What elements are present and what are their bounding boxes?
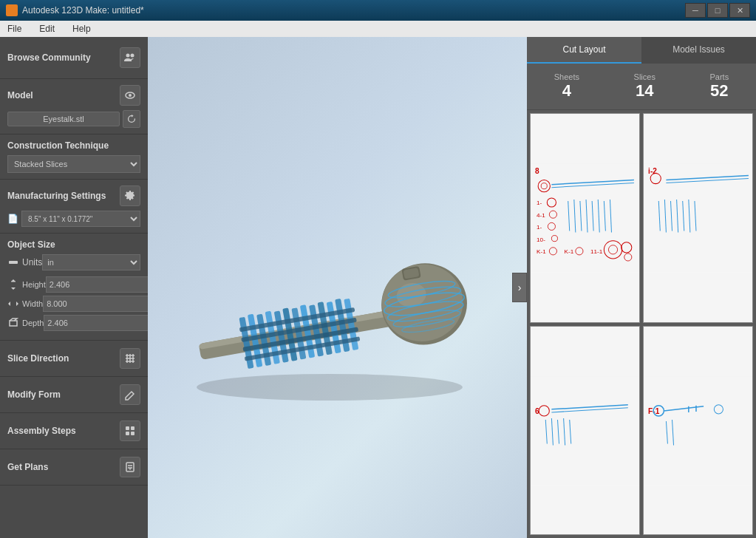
paper-size-select[interactable]: 8.5" x 11" x 0.1772" Letter A4 (21, 211, 140, 227)
depth-icon (7, 317, 19, 329)
assembly-steps-label: Assembly Steps (7, 426, 76, 436)
refresh-button[interactable] (123, 110, 140, 128)
svg-rect-4 (9, 261, 18, 264)
units-label: Units (22, 257, 42, 268)
svg-text:K-1: K-1 (565, 248, 574, 255)
width-icon (7, 298, 19, 310)
model-label: Model (7, 90, 33, 101)
sidebar-item-slice-direction[interactable]: Slice Direction (0, 341, 148, 377)
app-title: Autodesk 123D Make: untitled* (22, 5, 144, 16)
height-input[interactable]: 2.406 (46, 276, 148, 293)
menubar: File Edit Help (0, 21, 756, 37)
get-plans-icon (124, 461, 136, 473)
maximize-button[interactable]: □ (707, 3, 728, 18)
cut-sheet-3[interactable]: 6 (530, 326, 640, 536)
modify-form-icon (124, 389, 136, 401)
get-plans-button[interactable] (120, 457, 140, 477)
slice-direction-label: Slice Direction (7, 353, 69, 364)
depth-input[interactable]: 2.406 (44, 315, 148, 331)
construction-technique-label: Construction Technique (7, 140, 109, 151)
cut-sheet-1-svg: 8 1- 4-1 1- 10- K-1 (531, 114, 639, 322)
minimize-button[interactable]: ─ (685, 3, 706, 18)
cut-layout-grid[interactable]: 8 1- 4-1 1- 10- K-1 (527, 110, 756, 538)
sidebar-section-manufacturing: Manufacturing Settings 📄 8.5" x 11" x 0.… (0, 180, 148, 234)
svg-point-41 (375, 258, 469, 348)
close-button[interactable]: ✕ (729, 3, 750, 18)
browse-community-button[interactable] (120, 47, 140, 68)
height-row: Height 2.406 ▲ ▼ (7, 276, 140, 293)
svg-rect-104 (644, 376, 752, 485)
sidebar-item-assembly-steps[interactable]: Assembly Steps (0, 413, 148, 449)
parts-label: Parts (710, 72, 729, 81)
slices-label: Slices (634, 72, 655, 81)
sheets-label: Sheets (554, 72, 579, 81)
slices-value: 14 (634, 81, 655, 101)
width-row: Width 8.000 ▲ ▼ (7, 296, 140, 312)
svg-text:1-: 1- (537, 200, 542, 206)
model-filename-button[interactable]: Eyestalk.stl (7, 112, 120, 126)
cut-sheet-4-svg: F-1 (644, 327, 752, 535)
svg-text:10-: 10- (537, 236, 545, 243)
modify-form-label: Modify Form (7, 389, 61, 400)
stats-row: Sheets 4 Slices 14 Parts 52 (527, 64, 756, 110)
svg-point-20 (197, 374, 463, 401)
svg-text:11-1: 11-1 (590, 248, 603, 255)
right-panel: Cut Layout Model Issues Sheets 4 Slices … (527, 37, 756, 538)
main-content: Browse Community Model (0, 37, 756, 538)
svg-rect-51 (531, 163, 639, 272)
svg-point-3 (129, 94, 132, 97)
units-select[interactable]: in mm cm (42, 254, 140, 270)
svg-rect-94 (531, 376, 639, 485)
depth-label: Depth (22, 319, 44, 327)
width-input[interactable]: 8.000 (43, 296, 148, 312)
parts-value: 52 (710, 81, 729, 101)
assembly-steps-icon (124, 425, 136, 437)
tab-cut-layout[interactable]: Cut Layout (527, 37, 641, 64)
3d-viewport[interactable]: › (148, 37, 527, 538)
height-icon (7, 279, 19, 290)
cut-sheet-4[interactable]: F-1 (643, 326, 753, 536)
people-icon (124, 52, 136, 64)
svg-rect-14 (131, 426, 134, 430)
cut-sheet-2-svg: i-2 (644, 114, 752, 322)
cut-sheet-2[interactable]: i-2 (643, 113, 753, 323)
menu-file[interactable]: File (3, 22, 26, 35)
depth-row: Depth 2.406 ▲ ▼ (7, 315, 140, 331)
app-icon (6, 4, 18, 16)
svg-text:8: 8 (535, 167, 539, 175)
sidebar-section-model: Model Eyestalk.stl (0, 79, 148, 134)
sidebar: Browse Community Model (0, 37, 148, 538)
eye-icon (124, 89, 136, 101)
titlebar: Autodesk 123D Make: untitled* ─ □ ✕ (0, 0, 756, 21)
menu-edit[interactable]: Edit (35, 22, 59, 35)
model-visibility-button[interactable] (120, 85, 140, 106)
cut-sheet-1[interactable]: 8 1- 4-1 1- 10- K-1 (530, 113, 640, 323)
sheets-value: 4 (554, 81, 579, 101)
menu-help[interactable]: Help (68, 22, 95, 35)
construction-technique-select[interactable]: Stacked Slices Interlocked Slices Curve … (7, 155, 140, 173)
sidebar-item-get-plans[interactable]: Get Plans (0, 449, 148, 486)
svg-point-0 (126, 54, 130, 58)
toggle-right-panel-button[interactable]: › (512, 273, 527, 302)
svg-point-1 (131, 54, 134, 58)
manufacturing-label: Manufacturing Settings (7, 191, 106, 201)
svg-text:K-1: K-1 (537, 248, 546, 255)
svg-rect-15 (126, 432, 129, 435)
svg-rect-17 (126, 463, 134, 471)
slice-direction-button[interactable] (120, 348, 140, 369)
right-panel-tabs: Cut Layout Model Issues (527, 37, 756, 64)
browse-community-label: Browse Community (7, 52, 91, 63)
refresh-icon (126, 114, 137, 124)
modify-form-button[interactable] (120, 384, 140, 405)
sidebar-section-construction: Construction Technique Stacked Slices In… (0, 134, 148, 180)
sidebar-section-browse-community[interactable]: Browse Community (0, 37, 148, 79)
sheets-stat: Sheets 4 (554, 72, 579, 101)
svg-text:1-: 1- (537, 224, 542, 231)
window-controls[interactable]: ─ □ ✕ (685, 3, 750, 18)
assembly-steps-button[interactable] (120, 420, 140, 441)
object-size-label: Object Size (7, 239, 55, 250)
sidebar-item-modify-form[interactable]: Modify Form (0, 377, 148, 413)
manufacturing-settings-button[interactable] (120, 185, 140, 206)
tab-model-issues[interactable]: Model Issues (641, 37, 756, 64)
svg-text:4-1: 4-1 (537, 212, 545, 219)
